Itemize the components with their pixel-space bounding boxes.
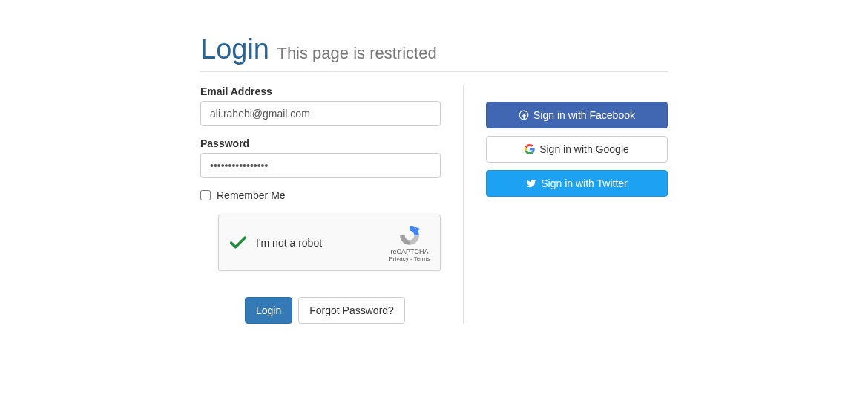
google-signin-button[interactable]: Sign in with Google [486, 136, 668, 163]
page-title: Login [200, 33, 269, 65]
password-label: Password [200, 137, 441, 149]
facebook-signin-button[interactable]: Sign in with Facebook [486, 102, 668, 128]
twitter-signin-label: Sign in with Twitter [541, 177, 627, 189]
email-label: Email Address [200, 85, 441, 97]
recaptcha-privacy-link[interactable]: Privacy [389, 255, 409, 262]
recaptcha-widget[interactable]: I'm not a robot reCAPTCHA [218, 215, 441, 271]
email-input[interactable] [200, 101, 441, 126]
google-icon [525, 144, 535, 154]
login-form-column: Email Address Password Remember Me [200, 85, 464, 324]
facebook-icon [519, 110, 529, 120]
twitter-icon [526, 178, 536, 189]
google-signin-label: Sign in with Google [539, 143, 629, 155]
page-header: Login This page is restricted [200, 33, 668, 72]
facebook-signin-label: Sign in with Facebook [533, 109, 635, 121]
remember-me-label[interactable]: Remember Me [217, 189, 286, 201]
checkmark-icon [228, 232, 249, 253]
forgot-password-button[interactable]: Forgot Password? [298, 297, 405, 324]
social-login-column: Sign in with Facebook Sign in with Googl… [464, 85, 668, 324]
recaptcha-brand: reCAPTCHA [390, 248, 428, 255]
page-subtitle: This page is restricted [277, 44, 436, 62]
remember-me-checkbox[interactable] [200, 190, 211, 200]
password-input[interactable] [200, 153, 441, 178]
recaptcha-terms-link[interactable]: Terms [414, 255, 430, 262]
twitter-signin-button[interactable]: Sign in with Twitter [486, 170, 668, 197]
recaptcha-text: I'm not a robot [256, 237, 388, 249]
login-button[interactable]: Login [245, 297, 292, 324]
recaptcha-logo-icon [398, 223, 421, 247]
recaptcha-badge: reCAPTCHA Privacy - Terms [388, 223, 431, 262]
